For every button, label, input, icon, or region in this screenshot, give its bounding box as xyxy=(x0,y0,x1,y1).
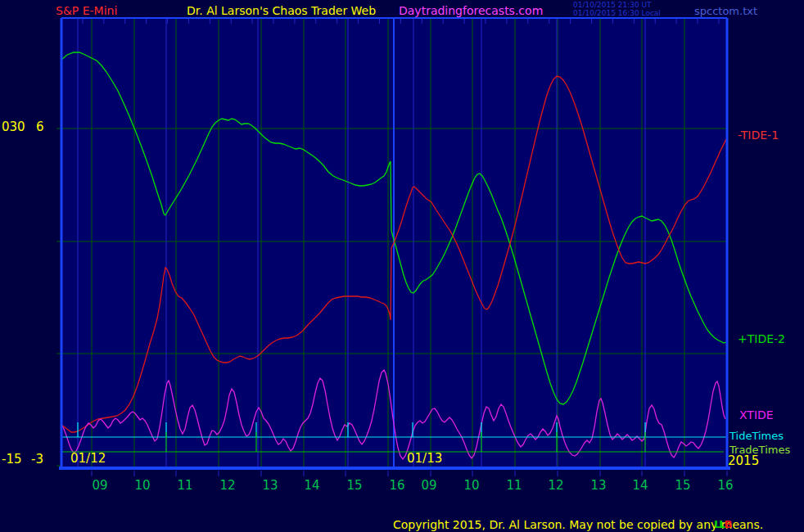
date-label-day2: 01/13 xyxy=(407,453,442,465)
chart-canvas xyxy=(0,0,804,532)
site-link[interactable]: Daytradingforecasts.com xyxy=(399,5,543,16)
hour-label: 12 xyxy=(219,478,235,493)
left-axis-bottom-tide: -3 xyxy=(31,453,43,466)
hour-label: 11 xyxy=(506,478,522,493)
timestamp-local: 01/10/2015 16:30 Local xyxy=(573,9,661,17)
llb-logo: LLB xyxy=(714,519,731,530)
hour-label: 09 xyxy=(92,478,107,493)
timestamp-block: 01/10/2015 21:30 UT01/10/2015 16:30 Loca… xyxy=(573,1,661,17)
left-axis-top-tide: 6 xyxy=(36,121,44,133)
copyright-text: Copyright 2015, Dr. Al Larson. May not b… xyxy=(393,519,763,530)
hour-label: 10 xyxy=(134,478,150,493)
hour-label: 15 xyxy=(675,478,690,493)
legend-tradetimes: TradeTimes xyxy=(729,444,790,455)
page-title: Dr. Al Larson's Chaos Trader Web xyxy=(187,5,376,16)
chaos-trader-page: S&P E-Mini Dr. Al Larson's Chaos Trader … xyxy=(0,0,804,532)
hour-label: 11 xyxy=(177,478,192,493)
year-label: 2015 xyxy=(728,455,759,467)
hour-label: 16 xyxy=(717,478,733,493)
hour-label: 15 xyxy=(346,478,362,493)
hour-label: 14 xyxy=(304,478,319,493)
left-axis-top-price: 030 xyxy=(2,121,25,133)
legend-xtide: XTIDE xyxy=(739,409,774,421)
date-label-day1: 01/12 xyxy=(70,453,106,465)
hour-label: 12 xyxy=(548,478,563,493)
hour-label: 09 xyxy=(421,478,436,493)
hour-label: 16 xyxy=(389,478,404,493)
hour-label: 13 xyxy=(590,478,606,493)
left-axis-bottom-price: -15 xyxy=(2,453,22,466)
symbol-label: S&P E-Mini xyxy=(56,5,117,16)
legend-tidetimes: TideTimes xyxy=(729,431,784,441)
legend-tide2: +TIDE-2 xyxy=(738,333,785,345)
hour-label: 10 xyxy=(463,478,479,493)
filename-link[interactable]: spcctom.txt xyxy=(694,6,757,16)
hour-label: 13 xyxy=(262,478,278,493)
timestamp-ut: 01/10/2015 21:30 UT xyxy=(573,1,652,9)
hour-label: 14 xyxy=(632,478,648,493)
legend-tide1: -TIDE-1 xyxy=(738,129,779,141)
